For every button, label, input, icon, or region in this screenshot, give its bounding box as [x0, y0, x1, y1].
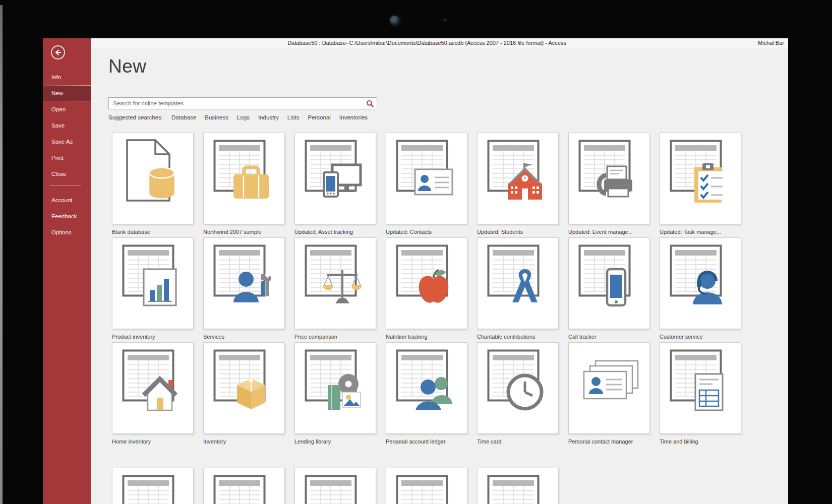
template-item-updated-event-manage: Updated: Event manage...	[568, 133, 650, 235]
template-item-product-inventory: Product inventory	[112, 237, 194, 340]
suggested-term-personal[interactable]: Personal	[308, 114, 330, 120]
page-title: New	[108, 56, 147, 77]
template-label: Updated: Event manage...	[568, 229, 650, 235]
template-card-partial[interactable]	[203, 468, 285, 504]
template-card-updated-students[interactable]	[477, 133, 559, 224]
balance-scale-icon	[322, 267, 363, 307]
suggested-term-database[interactable]: Database	[171, 114, 196, 120]
template-item-partial	[477, 468, 559, 504]
backstage-sidebar: InfoNewOpenSaveSave AsPrintClose Account…	[43, 38, 91, 504]
template-item-time-card: Time card	[477, 342, 559, 445]
search-icon	[366, 100, 375, 108]
template-item-updated-asset-tracking: Updated: Asset tracking	[294, 133, 376, 235]
template-item-services: Services	[203, 237, 285, 340]
window-title: Database50 : Database- C:\Users\mibar\Do…	[121, 38, 733, 48]
access-window: Database50 : Database- C:\Users\mibar\Do…	[43, 38, 788, 504]
template-card-time-and-billing[interactable]	[660, 342, 741, 434]
sidebar-item-new[interactable]: New	[43, 85, 91, 101]
template-card-northwind-2007-sample[interactable]	[203, 133, 285, 224]
awareness-ribbon-icon	[505, 267, 545, 307]
sidebar-item-save[interactable]: Save	[43, 117, 91, 134]
suggested-term-industry[interactable]: Industry	[258, 114, 279, 120]
template-card-services[interactable]	[203, 237, 285, 329]
sidebar-item-print[interactable]: Print	[43, 150, 91, 166]
sidebar-divider	[50, 185, 81, 186]
template-card-charitable-contributions[interactable]	[477, 237, 559, 329]
template-label: Customer service	[660, 334, 741, 340]
template-card-product-inventory[interactable]	[112, 237, 194, 329]
signed-in-user: Michal Bar	[758, 38, 784, 48]
search-button[interactable]	[366, 99, 375, 108]
spreadsheet-icon	[396, 475, 448, 504]
apple-icon	[413, 267, 454, 307]
template-item-personal-contact-manager: Personal contact manager	[568, 342, 650, 445]
sidebar-item-open[interactable]: Open	[43, 101, 91, 117]
template-card-call-tracker[interactable]	[568, 237, 650, 329]
monitor-phone-icon	[322, 162, 363, 203]
sidebar-item-info[interactable]: Info	[43, 69, 91, 85]
template-card-customer-service[interactable]	[660, 237, 741, 329]
template-card-price-comparison[interactable]	[294, 237, 376, 329]
template-search-box	[108, 97, 377, 109]
template-label: Call tracker	[568, 334, 650, 340]
template-label: Lending library	[294, 438, 376, 445]
template-label: Northwind 2007 sample	[203, 229, 285, 235]
suggested-searches: Suggested searches: DatabaseBusinessLogs…	[108, 114, 368, 120]
search-input[interactable]	[109, 98, 377, 109]
template-item-blank-database: Blank database	[112, 133, 194, 235]
template-label: Time and billing	[660, 438, 741, 445]
suggested-term-business[interactable]: Business	[205, 114, 228, 120]
template-row-2: Product inventoryServicesPrice compariso…	[112, 237, 741, 340]
template-label: Personal contact manager	[568, 438, 650, 445]
suggested-term-lists[interactable]: Lists	[287, 114, 300, 120]
template-card-home-inventory[interactable]	[112, 342, 194, 434]
sidebar-item-close[interactable]: Close	[43, 166, 91, 182]
device-mockup: { "title_bar": { "title": "Database50 : …	[0, 0, 832, 504]
template-card-nutrition-tracking[interactable]	[386, 237, 467, 329]
template-card-partial[interactable]	[112, 468, 194, 504]
media-library-icon	[322, 372, 363, 412]
sidebar-item-save-as[interactable]: Save As	[43, 134, 91, 150]
template-label: Updated: Task manage...	[660, 229, 741, 235]
template-label: Updated: Asset tracking	[294, 229, 376, 235]
template-item-call-tracker: Call tracker	[568, 237, 650, 340]
template-item-personal-account-ledger: Personal account ledger	[386, 342, 467, 445]
template-card-updated-asset-tracking[interactable]	[294, 133, 376, 224]
template-card-partial[interactable]	[477, 468, 559, 504]
sidebar-footer-menu: AccountFeedbackOptions	[43, 192, 91, 240]
template-card-partial[interactable]	[294, 468, 376, 504]
sidebar-item-feedback[interactable]: Feedback	[43, 208, 91, 224]
briefcase-icon	[231, 162, 271, 203]
template-row-3: Home inventoryInventoryLending libraryPe…	[112, 342, 741, 445]
template-card-updated-task-manage[interactable]	[660, 133, 741, 224]
template-label: Price comparison	[294, 334, 376, 340]
suggested-term-logs[interactable]: Logs	[237, 114, 250, 120]
invoice-icon	[687, 372, 728, 412]
template-card-inventory[interactable]	[203, 342, 285, 434]
database-cylinder-icon	[143, 163, 181, 202]
suggested-term-inventories[interactable]: Inventories	[339, 114, 368, 120]
template-label: Services	[203, 334, 285, 340]
bar-chart-page-icon	[140, 267, 180, 307]
template-label: Blank database	[112, 229, 194, 235]
template-card-time-card[interactable]	[477, 342, 559, 434]
two-people-icon	[413, 372, 454, 412]
template-card-updated-event-manage[interactable]	[568, 133, 650, 224]
template-card-personal-contact-manager[interactable]	[568, 342, 650, 434]
template-item-updated-students: Updated: Students	[477, 133, 559, 235]
template-item-home-inventory: Home inventory	[112, 342, 194, 445]
smartphone-icon	[596, 267, 636, 307]
template-item-nutrition-tracking: Nutrition tracking	[386, 237, 467, 340]
sidebar-item-options[interactable]: Options	[43, 224, 91, 240]
template-card-personal-account-ledger[interactable]	[386, 342, 467, 434]
template-item-updated-task-manage: Updated: Task manage...	[660, 133, 741, 235]
template-card-updated-contacts[interactable]	[386, 133, 467, 224]
card-stack-icon	[577, 359, 641, 410]
template-card-lending-library[interactable]	[294, 342, 376, 434]
back-button[interactable]	[50, 45, 66, 60]
suggested-searches-label: Suggested searches:	[108, 114, 163, 120]
template-card-partial[interactable]	[386, 468, 467, 504]
template-card-blank-database[interactable]	[112, 133, 194, 224]
clock-icon	[505, 372, 545, 412]
sidebar-item-account[interactable]: Account	[43, 192, 91, 208]
